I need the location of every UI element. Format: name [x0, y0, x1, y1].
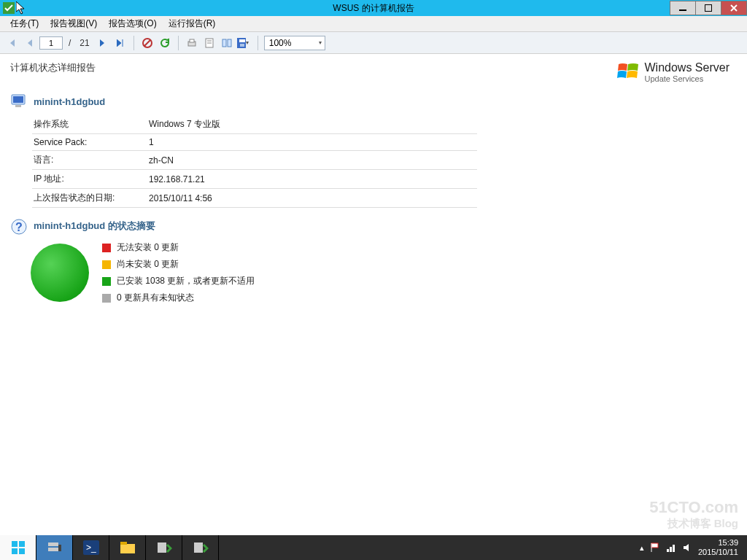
svg-rect-35 [667, 549, 669, 552]
svg-rect-23 [19, 548, 25, 554]
svg-text:>_: >_ [86, 542, 96, 553]
task-server-manager[interactable] [36, 535, 73, 560]
report-header: 计算机状态详细报告 Windows Server Update Services [10, 61, 737, 83]
page-setup-button[interactable] [220, 36, 234, 50]
computer-info-table: 操作系统Windows 7 专业版 Service Pack:1 语言:zh-C… [32, 115, 477, 208]
tray-volume-icon[interactable] [682, 542, 692, 553]
legend-label: 尚未安装 0 更新 [117, 258, 179, 271]
toolbar: / 21 ▾ 100% ▾ [0, 32, 747, 54]
menu-tasks[interactable]: 任务(T) [4, 18, 44, 30]
svg-rect-37 [673, 545, 675, 552]
task-explorer[interactable] [109, 535, 146, 560]
legend-item-unknown: 0 更新具有未知状态 [102, 292, 255, 304]
svg-rect-6 [190, 39, 194, 42]
close-button[interactable] [721, 1, 747, 15]
clock-time: 15:39 [698, 538, 738, 548]
svg-rect-31 [158, 542, 166, 553]
page-sep-label: / [66, 38, 74, 48]
svg-rect-29 [120, 544, 135, 553]
svg-text:?: ? [15, 221, 23, 233]
page-number-input[interactable] [39, 36, 63, 50]
table-row: Service Pack:1 [32, 134, 477, 151]
watermark-line2: 技术博客 Blog [649, 517, 738, 531]
status-summary-section: ? minint-h1dgbud 的状态摘要 无法安装 0 更新 尚未安装 0 … [10, 218, 737, 304]
swatch-red-icon [102, 244, 111, 252]
menu-report-options[interactable]: 报告选项(O) [103, 18, 162, 30]
taskbar: >_ ▴ 15:39 2015/10/11 [0, 535, 747, 560]
info-label: Service Pack: [32, 134, 147, 151]
clock-date: 2015/10/11 [698, 548, 738, 557]
info-label: 操作系统 [32, 115, 147, 134]
info-value: Windows 7 专业版 [147, 115, 477, 134]
help-icon: ? [10, 218, 28, 234]
tray-flag-icon[interactable] [650, 542, 660, 553]
report-body: 计算机状态详细报告 Windows Server Update Services [0, 54, 747, 535]
info-value: zh-CN [147, 151, 477, 170]
watermark: 51CTO.com 技术博客 Blog [649, 498, 738, 531]
table-row: 操作系统Windows 7 专业版 [32, 115, 477, 134]
task-wsus-1[interactable] [146, 535, 182, 560]
svg-rect-25 [48, 548, 58, 551]
info-label: 语言: [32, 151, 147, 170]
info-value: 2015/10/11 4:56 [147, 189, 477, 208]
tray-chevron-up-icon[interactable]: ▴ [640, 543, 644, 553]
prev-page-button[interactable] [22, 36, 36, 50]
svg-rect-32 [194, 542, 203, 553]
status-circle-icon [31, 244, 89, 302]
system-tray: ▴ 15:39 2015/10/11 [634, 538, 747, 557]
refresh-button[interactable] [158, 36, 172, 50]
windows-server-brand: Windows Server Update Services [617, 61, 729, 83]
start-button[interactable] [0, 535, 36, 560]
minimize-button[interactable] [670, 1, 696, 15]
table-row: 语言:zh-CN [32, 151, 477, 170]
svg-rect-16 [13, 96, 23, 103]
table-row: 上次报告状态的日期:2015/10/11 4:56 [32, 189, 477, 208]
status-legend: 无法安装 0 更新 尚未安装 0 更新 已安装 1038 更新，或者更新不适用 … [102, 241, 255, 304]
legend-label: 无法安装 0 更新 [117, 241, 179, 254]
svg-rect-2 [705, 4, 712, 12]
page-total-label: 21 [77, 38, 92, 48]
legend-item-failed: 无法安装 0 更新 [102, 241, 255, 254]
zoom-dropdown[interactable]: 100% ▾ [264, 36, 325, 50]
info-value: 1 [147, 134, 477, 151]
last-page-button[interactable] [113, 36, 128, 50]
print-layout-button[interactable] [202, 36, 217, 50]
svg-rect-14 [240, 44, 244, 47]
stop-button[interactable] [140, 36, 155, 50]
menu-run-report[interactable]: 运行报告(R) [163, 18, 222, 30]
clock[interactable]: 15:39 2015/10/11 [698, 538, 741, 557]
svg-rect-17 [15, 105, 21, 107]
legend-item-needed: 尚未安装 0 更新 [102, 258, 255, 271]
svg-rect-36 [670, 547, 672, 552]
first-page-button[interactable] [4, 36, 19, 50]
info-value: 192.168.71.21 [147, 170, 477, 189]
tray-network-icon[interactable] [666, 542, 676, 553]
svg-rect-33 [651, 543, 658, 548]
svg-line-4 [144, 40, 150, 46]
print-button[interactable] [185, 36, 199, 50]
cursor-icon [16, 1, 26, 15]
legend-item-installed: 已安装 1038 更新，或者更新不适用 [102, 275, 255, 287]
menu-report-view[interactable]: 报告视图(V) [44, 18, 103, 30]
maximize-button[interactable] [695, 1, 721, 15]
app-icon [3, 2, 15, 14]
svg-rect-24 [48, 542, 58, 546]
swatch-yellow-icon [102, 260, 111, 269]
toolbar-separator [178, 36, 179, 50]
legend-label: 已安装 1038 更新，或者更新不适用 [117, 275, 255, 287]
report-title: 计算机状态详细报告 [10, 61, 617, 74]
next-page-button[interactable] [96, 36, 110, 50]
table-row: IP 地址:192.168.71.21 [32, 170, 477, 189]
toolbar-separator [133, 36, 134, 50]
watermark-line1: 51CTO.com [649, 498, 738, 517]
brand-line1: Windows Server [645, 61, 729, 74]
task-powershell[interactable]: >_ [73, 535, 109, 560]
svg-rect-10 [222, 39, 226, 47]
computer-section-title: minint-h1dgbud [34, 96, 105, 107]
svg-rect-26 [58, 545, 61, 551]
task-wsus-2[interactable] [182, 535, 219, 560]
swatch-gray-icon [102, 294, 111, 303]
save-button[interactable]: ▾ [237, 36, 252, 50]
computer-section: minint-h1dgbud 操作系统Windows 7 专业版 Service… [10, 93, 737, 208]
svg-rect-1 [679, 9, 686, 11]
